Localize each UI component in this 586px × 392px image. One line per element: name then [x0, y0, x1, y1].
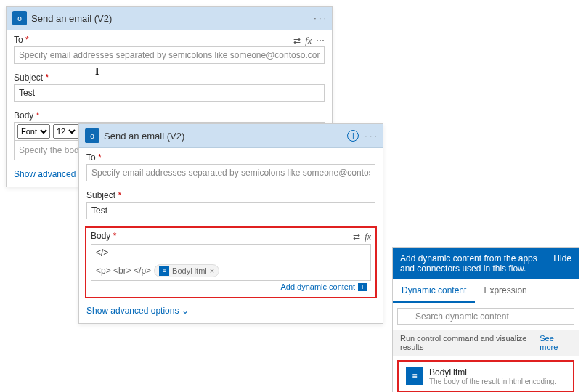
more-icon[interactable]: · · · — [365, 131, 377, 141]
subject-input[interactable] — [14, 84, 325, 102]
body-label: Body * — [14, 110, 325, 121]
remove-token-icon[interactable]: × — [210, 266, 214, 275]
body-codeview-line: </> — [91, 245, 370, 261]
ellipsis-icon[interactable]: ⋯ — [316, 36, 325, 46]
dc-item-title: BodyHtml — [429, 367, 556, 377]
dc-search-input[interactable] — [397, 308, 574, 325]
email-card-2: o Send an email (V2) i · · · To * Subjec… — [78, 123, 383, 324]
body-prefix-text: <p> <br> </p> — [96, 266, 151, 276]
body-section-highlight: Body * ⇄ fx </> <p> <br> </p> ≡ BodyHtml… — [85, 226, 377, 298]
plus-icon: + — [358, 283, 367, 291]
show-advanced-link[interactable]: Show advanced options⌄ — [86, 306, 189, 316]
header-actions: · · · — [314, 13, 326, 23]
footer-row: Show advanced options⌄ — [79, 301, 383, 323]
tab-expression[interactable]: Expression — [475, 279, 535, 303]
dc-header-text: Add dynamic content from the apps and co… — [400, 253, 548, 274]
add-dc-row: Add dynamic content+ — [91, 281, 371, 294]
body-token-line: <p> <br> </p> ≡ BodyHtml × — [91, 261, 370, 280]
subject-label: Subject * — [14, 73, 325, 83]
font-select[interactable]: Font — [17, 124, 50, 139]
subject-section: Subject * — [7, 68, 332, 106]
fx-icon[interactable]: fx — [305, 36, 312, 46]
token-label: BodyHtml — [172, 266, 207, 275]
dc-header: Add dynamic content from the apps and co… — [393, 248, 579, 279]
dc-group-title: Run control command and visualize result… — [400, 334, 540, 351]
to-section: To * ⇄ fx ⋯ — [7, 30, 332, 68]
subject-input[interactable] — [86, 202, 375, 219]
subject-label: Subject * — [86, 190, 375, 200]
see-more-link[interactable]: See more — [540, 334, 571, 351]
outlook-icon: o — [85, 128, 99, 143]
tab-dynamic-content[interactable]: Dynamic content — [393, 279, 475, 303]
card-title: Send an email (V2) — [104, 131, 343, 142]
more-icon[interactable]: · · · — [314, 13, 326, 23]
body-token[interactable]: ≡ BodyHtml × — [154, 264, 219, 277]
to-label: To * — [14, 35, 29, 45]
dc-item-desc: The body of the result in html encoding. — [429, 377, 556, 385]
add-dynamic-content-link[interactable]: Add dynamic content+ — [280, 282, 367, 291]
size-select[interactable]: 12 — [53, 124, 78, 139]
hide-panel-link[interactable]: Hide — [553, 253, 571, 274]
info-icon[interactable]: i — [347, 130, 359, 142]
switch-icon[interactable]: ⇄ — [353, 232, 360, 242]
to-label: To * — [86, 152, 375, 163]
to-input[interactable] — [86, 164, 375, 181]
card-header: o Send an email (V2) · · · — [7, 7, 332, 30]
dc-group-header: Run control command and visualize result… — [393, 330, 579, 356]
subject-section: Subject * — [79, 186, 383, 224]
text-cursor-icon: I — [95, 66, 99, 78]
card-title: Send an email (V2) — [31, 13, 309, 24]
card-header: o Send an email (V2) i · · · — [79, 124, 383, 148]
body-editor[interactable]: </> <p> <br> </p> ≡ BodyHtml × — [91, 244, 371, 281]
to-section: To * — [79, 148, 383, 186]
dc-tabs: Dynamic content Expression — [393, 279, 579, 303]
dc-search-wrap: 🔍 — [393, 303, 579, 330]
header-actions: i · · · — [347, 130, 377, 142]
kusto-icon: ≡ — [159, 266, 169, 276]
outlook-icon: o — [12, 11, 27, 25]
fx-icon[interactable]: fx — [365, 232, 371, 242]
body-label: Body * — [91, 231, 116, 241]
dynamic-content-panel: Add dynamic content from the apps and co… — [392, 247, 579, 392]
dc-item-bodyhtml[interactable]: ≡ BodyHtml The body of the result in htm… — [397, 360, 574, 392]
switch-icon[interactable]: ⇄ — [293, 36, 301, 46]
to-input[interactable] — [14, 46, 325, 64]
kusto-icon: ≡ — [406, 367, 423, 385]
